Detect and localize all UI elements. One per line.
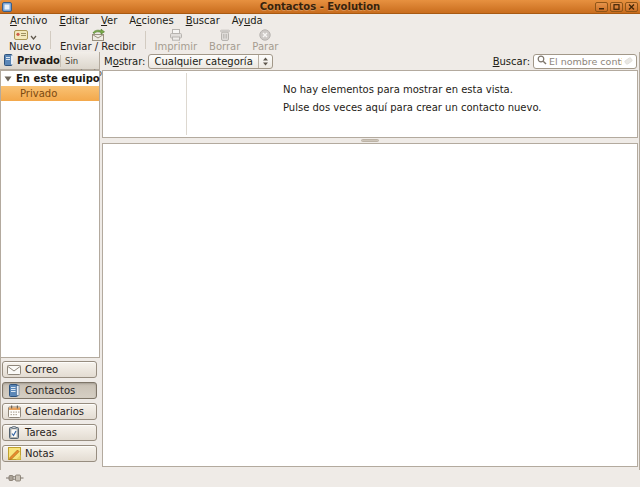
- contact-preview-pane: [102, 143, 638, 467]
- chevron-down-icon[interactable]: [30, 31, 37, 42]
- switcher-tasks-button[interactable]: Tareas: [2, 424, 97, 441]
- toolbar-separator: [145, 31, 146, 49]
- clear-search-icon: [624, 56, 633, 67]
- menu-buscar[interactable]: Buscar: [180, 14, 226, 28]
- component-switcher: Correo Contactos Calendarios Tareas Nota…: [2, 361, 97, 466]
- category-dropdown[interactable]: Cualquier categoría: [148, 54, 272, 69]
- plug-online-icon: [6, 473, 24, 484]
- switcher-mail-button[interactable]: Correo: [2, 361, 97, 378]
- menu-ver[interactable]: Ver: [95, 14, 123, 28]
- tree-item-on-this-computer[interactable]: En este equipo: [1, 71, 99, 86]
- filter-bar: Privado Sin contactos Mostrar: Cualquier…: [0, 52, 640, 70]
- switcher-calendars-button[interactable]: Calendarios: [2, 403, 97, 420]
- search-input[interactable]: [549, 56, 622, 67]
- contacts-icon: [7, 384, 21, 397]
- memo-icon: [7, 447, 21, 460]
- mail-icon: [7, 365, 21, 375]
- empty-view-hint: Pulse dos veces aquí para crear un conta…: [283, 102, 542, 113]
- trash-icon: [219, 29, 231, 43]
- stop-button[interactable]: Parar: [246, 29, 284, 51]
- minicard-column-divider: [186, 73, 187, 135]
- evolution-window: Contactos - Evolution Archivo Editar Ver…: [0, 0, 640, 487]
- source-title: Privado: [17, 55, 60, 66]
- folder-tree: En este equipo Privado: [0, 70, 100, 358]
- tasks-icon: [7, 426, 21, 439]
- print-icon: [169, 29, 183, 43]
- toolbar: Nuevo Enviar / Recibir Imprimir: [0, 28, 640, 52]
- show-label: Mostrar:: [104, 56, 145, 67]
- menubar: Archivo Editar Ver Acciones Buscar Ayuda: [0, 14, 640, 28]
- close-button[interactable]: [625, 2, 638, 12]
- search-box[interactable]: [533, 54, 637, 69]
- maximize-button[interactable]: [610, 2, 623, 12]
- menu-editar[interactable]: Editar: [53, 14, 95, 28]
- online-status-button[interactable]: [6, 473, 24, 484]
- addressbook-icon: [3, 54, 14, 68]
- titlebar[interactable]: Contactos - Evolution: [0, 0, 640, 14]
- menu-ayuda[interactable]: Ayuda: [226, 14, 269, 28]
- window-title: Contactos - Evolution: [0, 1, 640, 12]
- delete-button[interactable]: Borrar: [203, 29, 246, 51]
- tree-item-personal[interactable]: Privado: [1, 86, 99, 101]
- switcher-contacts-button[interactable]: Contactos: [2, 382, 97, 399]
- new-button[interactable]: Nuevo: [3, 29, 47, 51]
- menu-acciones[interactable]: Acciones: [123, 14, 179, 28]
- splitter-grip-icon: [361, 139, 379, 142]
- toolbar-separator: [50, 31, 51, 49]
- contact-count-status: Sin contactos: [60, 55, 106, 67]
- empty-view-message: No hay elementos para mostrar en esta vi…: [283, 84, 513, 95]
- category-value: Cualquier categoría: [154, 56, 252, 67]
- switcher-memos-button[interactable]: Notas: [2, 445, 97, 462]
- statusbar: [0, 470, 640, 487]
- search-label: Buscar:: [493, 56, 530, 67]
- print-button[interactable]: Imprimir: [149, 29, 204, 51]
- stop-icon: [259, 29, 271, 43]
- minimize-button[interactable]: [595, 2, 608, 12]
- calendar-icon: [7, 405, 21, 418]
- send-receive-button[interactable]: Enviar / Recibir: [54, 29, 141, 51]
- expander-triangle-icon[interactable]: [4, 76, 12, 82]
- source-header[interactable]: Privado Sin contactos: [0, 52, 100, 70]
- contact-list-pane[interactable]: No hay elementos para mostrar en esta vi…: [102, 70, 638, 138]
- search-icon: [537, 55, 547, 67]
- menu-archivo[interactable]: Archivo: [4, 14, 53, 28]
- combo-arrows-icon: [258, 55, 272, 68]
